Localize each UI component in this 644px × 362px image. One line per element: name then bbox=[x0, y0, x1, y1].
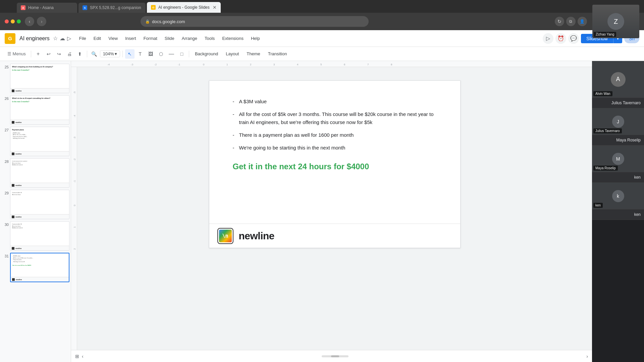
ken-participant: k ken bbox=[592, 183, 644, 209]
bullet-text-3: There is a payment plan as well for 1600… bbox=[239, 131, 354, 139]
participant-name-zizhao: Zizhao Yang bbox=[594, 32, 616, 37]
address-bar[interactable]: 🔒 docs.google.com bbox=[141, 16, 369, 27]
menu-tools[interactable]: Tools bbox=[201, 35, 218, 42]
bullet-dash-1: - bbox=[233, 98, 234, 106]
menu-format[interactable]: Format bbox=[140, 35, 161, 42]
top-icon-present[interactable]: ▷ bbox=[543, 33, 553, 44]
menu-icon-btn[interactable]: ☰ Menus bbox=[5, 49, 29, 59]
zoom-dropdown-icon: ▾ bbox=[115, 51, 117, 56]
slide-item-25[interactable]: 25 What's stopping you from building an … bbox=[1, 64, 69, 93]
toolbar-layout-btn[interactable]: Layout bbox=[222, 49, 242, 59]
toolbar-sep-2 bbox=[87, 51, 87, 57]
maya-label-header: Maya Roselip bbox=[592, 135, 644, 145]
alvin-name-tag: Alvin Wan bbox=[593, 91, 612, 96]
browser-tab-other-1[interactable]: A Home - Asana bbox=[17, 3, 77, 13]
ruler-vertical: -5 -4 -3 -2 -1 0 1 2 bbox=[71, 67, 77, 350]
scroll-right-btn[interactable]: › bbox=[586, 352, 588, 361]
slide-item-28[interactable]: 28 Lorem ipsum text contentMore text her… bbox=[1, 158, 69, 188]
svg-text:1: 1 bbox=[73, 226, 76, 228]
menu-edit[interactable]: Edit bbox=[90, 35, 104, 42]
toolbar-print-btn[interactable]: 🖨 bbox=[65, 49, 74, 59]
refresh-btn[interactable]: ↻ bbox=[555, 17, 564, 26]
toolbar-text-btn[interactable]: T bbox=[136, 49, 145, 59]
svg-text:2: 2 bbox=[250, 63, 252, 66]
bullet-dash-3: - bbox=[233, 131, 234, 139]
toolbar-background-btn[interactable]: Background bbox=[192, 49, 221, 59]
slide-content: - A $3M value - All for the cost of $5k … bbox=[209, 81, 460, 224]
toolbar-frame-btn[interactable]: □ bbox=[177, 49, 186, 59]
slide-item-31[interactable]: 31 - A $3M value- All for cost of $5k ov… bbox=[1, 253, 69, 282]
svg-text:0: 0 bbox=[203, 63, 205, 66]
browser-tab-active[interactable]: G AI engineers - Google Slides ✕ bbox=[147, 2, 221, 13]
menu-insert[interactable]: Insert bbox=[122, 35, 140, 42]
slide-num-27: 27 bbox=[1, 127, 9, 132]
participant-video-main: Z Zizhao Yang bbox=[592, 5, 639, 38]
svg-text:3: 3 bbox=[273, 63, 275, 66]
menu-extensions[interactable]: Extensions bbox=[219, 35, 247, 42]
menu-view[interactable]: View bbox=[105, 35, 121, 42]
browser-tab-other-2[interactable]: S SPX 5,528.92...g companion bbox=[78, 3, 146, 13]
slide-thumb-30: Content slide 30More text hereAdditional… bbox=[10, 221, 69, 251]
slide-item-29[interactable]: 29 Content slide 29More text here newlin… bbox=[1, 190, 69, 219]
toolbar-transition-btn[interactable]: Transition bbox=[265, 49, 290, 59]
canvas-scroll-area[interactable]: - A $3M value - All for the cost of $5k … bbox=[77, 67, 592, 350]
slide-thumb-26: What's to be on AI expert consulting for… bbox=[10, 95, 69, 125]
top-icon-comments[interactable]: 💬 bbox=[568, 33, 579, 44]
zoom-control[interactable]: 104% ▾ bbox=[100, 50, 120, 57]
svg-text:-4: -4 bbox=[73, 115, 76, 117]
bullet-text-2: All for the cost of $5k over 3 months. T… bbox=[239, 110, 437, 126]
slide-nav-btn[interactable]: ‹ bbox=[82, 352, 84, 361]
top-icon-history[interactable]: ⏰ bbox=[555, 33, 566, 44]
toolbar-undo-btn[interactable]: ↩ bbox=[44, 49, 53, 59]
present-icon[interactable]: ▷ bbox=[67, 35, 71, 42]
slide-thumb-27: Payment plans - A $3M value- All for the… bbox=[10, 127, 69, 156]
svg-text:-3: -3 bbox=[131, 63, 133, 66]
slide-num-26: 26 bbox=[1, 95, 9, 101]
bullet-dash-2: - bbox=[233, 110, 234, 126]
drive-icon[interactable]: ☁ bbox=[60, 35, 65, 42]
app-logo: G bbox=[5, 33, 15, 44]
tab-label-asana: Home - Asana bbox=[28, 5, 54, 10]
slide-canvas: - A $3M value - All for the cost of $5k … bbox=[209, 80, 461, 248]
bullet-item-4: - We're going to be starting this in the… bbox=[233, 144, 437, 152]
svg-text:8: 8 bbox=[391, 63, 392, 66]
grid-view-btn[interactable]: ⊞ bbox=[75, 352, 79, 361]
menu-file[interactable]: File bbox=[76, 35, 90, 42]
maya-participant: M Maya Roselip bbox=[592, 145, 644, 172]
toolbar-zoom-icon[interactable]: 🔍 bbox=[90, 49, 99, 59]
menu-help[interactable]: Help bbox=[248, 35, 263, 42]
forward-btn[interactable]: › bbox=[37, 17, 46, 26]
slide-item-30[interactable]: 30 Content slide 30More text hereAdditio… bbox=[1, 221, 69, 251]
tab-close-btn[interactable]: ✕ bbox=[213, 5, 217, 10]
slide-item-27[interactable]: 27 Payment plans - A $3M value- All for … bbox=[1, 127, 69, 156]
menu-slide[interactable]: Slide bbox=[161, 35, 178, 42]
url-text: docs.google.com bbox=[152, 19, 185, 24]
toolbar-paint-btn[interactable]: ⬆ bbox=[75, 49, 85, 59]
ruler-horizontal: -4 -3 -2 -1 0 1 2 3 4 5 6 7 8 bbox=[71, 61, 592, 67]
toolbar-redo-btn[interactable]: ↪ bbox=[54, 49, 64, 59]
back-btn[interactable]: ‹ bbox=[25, 17, 34, 26]
menu-arrange[interactable]: Arrange bbox=[178, 35, 201, 42]
toolbar-shape-btn[interactable]: ⬡ bbox=[156, 49, 166, 59]
slide-item-26[interactable]: 26 What's to be on AI expert consulting … bbox=[1, 95, 69, 125]
toolbar-cursor-btn[interactable]: ↖ bbox=[125, 49, 135, 59]
browser-chrome: A Home - Asana S SPX 5,528.92...g compan… bbox=[0, 0, 644, 30]
julius-label-header: Julius Tavernaro bbox=[592, 98, 644, 108]
svg-text:-2: -2 bbox=[73, 158, 76, 161]
svg-text:5: 5 bbox=[320, 63, 322, 66]
profile-btn[interactable]: 👤 bbox=[578, 17, 587, 26]
participants-panel: A Alvin Wan Julius Tavernaro J Julius Ta… bbox=[592, 61, 644, 362]
toolbar-sep-1 bbox=[31, 51, 31, 57]
bullet-text-1: A $3M value bbox=[239, 98, 267, 106]
toolbar: ☰ Menus + ↩ ↪ 🖨 ⬆ 🔍 104% ▾ ↖ T 🖼 ⬡ — □ B… bbox=[0, 47, 644, 61]
toolbar-image-btn[interactable]: 🖼 bbox=[146, 49, 155, 59]
toolbar-line-btn[interactable]: — bbox=[167, 49, 176, 59]
star-icon[interactable]: ☆ bbox=[53, 35, 58, 42]
editor-area: -4 -3 -2 -1 0 1 2 3 4 5 6 7 8 bbox=[71, 61, 592, 362]
ken-label-header: ken bbox=[592, 172, 644, 183]
toolbar-theme-btn[interactable]: Theme bbox=[243, 49, 263, 59]
extensions-btn[interactable]: ⧉ bbox=[566, 17, 576, 26]
svg-text:2: 2 bbox=[73, 248, 76, 250]
toolbar-add-btn[interactable]: + bbox=[34, 49, 43, 59]
bullet-item-3: - There is a payment plan as well for 16… bbox=[233, 131, 437, 139]
